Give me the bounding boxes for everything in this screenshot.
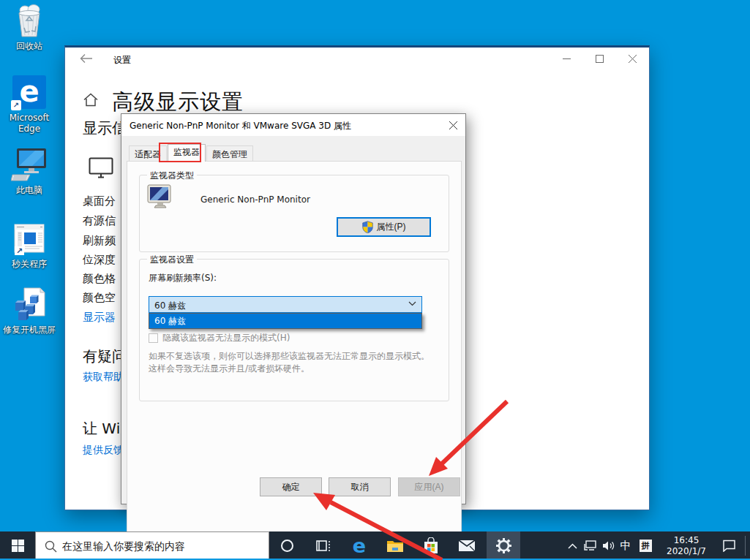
desktop-icon-label: Microsoft Edge <box>0 113 59 135</box>
action-center-button[interactable] <box>716 531 742 560</box>
clock[interactable]: 16:45 2020/1/7 <box>659 531 714 560</box>
network-tray-button[interactable] <box>580 531 599 560</box>
clock-date: 2020/1/7 <box>667 546 706 557</box>
search-input[interactable] <box>62 532 266 559</box>
recycle-bin-icon <box>13 4 45 38</box>
taskbar-search-box[interactable] <box>35 531 269 560</box>
dropdown-value: 60 赫兹 <box>154 300 186 312</box>
display-adapter-link[interactable]: 显示器 <box>83 311 116 325</box>
group-label: 监视器设置 <box>147 254 197 266</box>
file-explorer-button[interactable] <box>379 531 411 560</box>
tray-chevron-button[interactable] <box>562 531 582 560</box>
dropdown-open-list: 60 赫兹 <box>149 313 422 329</box>
registry-file-icon <box>12 287 46 322</box>
tab-monitor[interactable]: 监视器 <box>168 144 206 162</box>
search-icon <box>45 540 57 553</box>
spec-label-signal: 有源信 <box>83 214 116 228</box>
hide-modes-row: 隐藏该监视器无法显示的模式(H) <box>149 332 290 344</box>
volume-tray-button[interactable] <box>599 531 618 560</box>
cancel-button-label: 取消 <box>351 481 369 493</box>
refresh-rate-label: 屏幕刷新频率(S): <box>149 272 217 284</box>
desktop-icon-this-pc[interactable]: 此电脑 <box>0 147 59 196</box>
desktop-icon-edge[interactable]: e ↗ Microsoft Edge <box>0 75 59 135</box>
home-icon[interactable] <box>83 93 98 107</box>
spec-label-resolution: 桌面分 <box>83 194 116 208</box>
monitor-properties-dialog: Generic Non-PnP Monitor 和 VMware SVGA 3D… <box>121 113 466 504</box>
windows-logo-icon <box>12 540 24 552</box>
ok-button[interactable]: 确定 <box>260 477 322 496</box>
settings-taskbar-button[interactable] <box>487 531 520 560</box>
desktop-icon-registry-fix[interactable]: 修复开机黑屏 <box>0 287 59 336</box>
cortana-icon <box>280 539 294 553</box>
desktop-icon-recycle-bin[interactable]: 回收站 <box>0 4 59 52</box>
store-icon <box>423 537 439 555</box>
get-help-link[interactable]: 获取帮助 <box>83 371 124 384</box>
clock-time: 16:45 <box>667 535 706 546</box>
action-center-icon <box>722 540 736 552</box>
dialog-tabs: 适配器 监视器 颜色管理 <box>129 145 254 162</box>
monitor-outline-icon <box>89 157 113 179</box>
cortana-button[interactable] <box>271 531 303 560</box>
feedback-link[interactable]: 提供反馈 <box>83 444 124 457</box>
monitor-name: Generic Non-PnP Monitor <box>200 194 310 205</box>
minimize-icon <box>563 55 571 63</box>
chevron-down-icon <box>408 301 416 306</box>
spec-label-colorspace: 颜色空 <box>83 291 116 305</box>
svg-text:↗: ↗ <box>16 246 23 256</box>
task-view-icon <box>316 540 331 553</box>
properties-button[interactable]: 属性(P) <box>337 217 431 237</box>
desktop-icon-label: 此电脑 <box>0 185 59 196</box>
desktop-icon-app[interactable]: ↗ 秒关程序 <box>0 222 59 270</box>
ime-badge: 拼 <box>640 540 652 552</box>
spec-label-bitdepth: 位深度 <box>83 253 116 267</box>
file-explorer-icon <box>386 539 404 553</box>
ime-mode-button[interactable]: 拼 <box>636 531 655 560</box>
this-pc-icon <box>11 147 48 182</box>
task-view-button[interactable] <box>307 531 340 560</box>
ime-language-button[interactable]: 中 <box>617 531 634 560</box>
taskbar: e <box>0 531 750 560</box>
monitor-tab-page: 监视器类型 Generic Non-PnP Monitor 属性 <box>127 161 462 560</box>
speaker-icon <box>602 540 615 551</box>
chevron-up-icon <box>568 543 577 549</box>
gear-icon <box>496 538 511 553</box>
settings-title: 设置 <box>113 54 131 67</box>
edge-icon: e <box>353 536 366 556</box>
monitor-settings-group: 监视器设置 屏幕刷新频率(S): 60 赫兹 60 赫兹 隐藏该监视器无法显示的… <box>139 259 449 401</box>
monitor-device-icon <box>147 184 173 209</box>
dialog-title: Generic Non-PnP Monitor 和 VMware SVGA 3D… <box>130 120 351 132</box>
tab-adapter[interactable]: 适配器 <box>129 145 167 162</box>
help-heading: 有疑问 <box>83 347 127 366</box>
tab-color-management[interactable]: 颜色管理 <box>206 145 253 162</box>
refresh-rate-dropdown[interactable]: 60 赫兹 <box>149 296 422 313</box>
ok-button-label: 确定 <box>282 481 300 493</box>
close-button[interactable] <box>616 48 649 69</box>
spec-label-colorformat: 颜色格 <box>83 272 116 286</box>
uac-shield-icon <box>362 221 373 233</box>
hide-modes-label: 隐藏该监视器无法显示的模式(H) <box>162 332 290 344</box>
dialog-close-button[interactable] <box>441 115 465 135</box>
shortcut-arrow-icon: ↗ <box>11 100 21 110</box>
mail-button[interactable] <box>451 531 483 560</box>
apply-button[interactable]: 应用(A) <box>398 477 460 496</box>
start-button[interactable] <box>0 531 35 560</box>
network-icon <box>584 540 596 551</box>
apply-button-label: 应用(A) <box>415 481 444 493</box>
back-icon[interactable] <box>80 53 93 64</box>
warning-text: 如果不复选该项，则你可以选择那些该监视器无法正常显示的显示模式。 这样会导致无法… <box>149 350 449 375</box>
close-icon <box>449 121 457 129</box>
maximize-button[interactable] <box>583 48 616 69</box>
close-icon <box>629 55 637 63</box>
minimize-button[interactable] <box>550 48 583 69</box>
dropdown-option-60hz[interactable]: 60 赫兹 <box>149 314 421 328</box>
hide-modes-checkbox[interactable] <box>149 333 158 343</box>
show-desktop-divider[interactable] <box>745 536 746 556</box>
page-title: 高级显示设置 <box>112 88 244 117</box>
desktop-icon-label: 回收站 <box>0 41 59 52</box>
desktop-icon-label: 修复开机黑屏 <box>0 325 59 336</box>
cancel-button[interactable]: 取消 <box>329 477 391 496</box>
app-window-icon: ↗ <box>12 222 46 256</box>
edge-taskbar-button[interactable]: e <box>343 531 375 560</box>
mail-icon <box>458 540 476 552</box>
store-button[interactable] <box>415 531 447 560</box>
